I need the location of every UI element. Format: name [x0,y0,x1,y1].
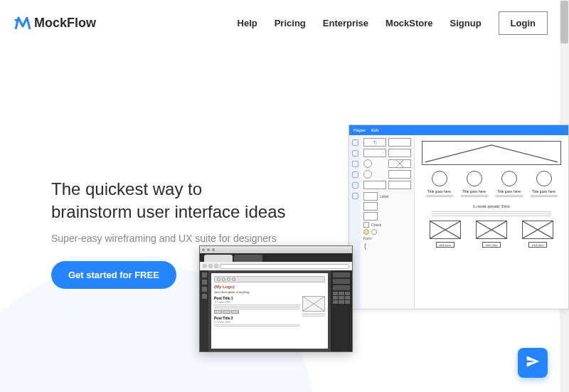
mockup-browser-tabs [200,253,352,262]
hero-title-line2: brainstorm user interface ideas [51,202,285,221]
mockup-right-panel [331,270,352,351]
nav-help[interactable]: Help [238,18,257,28]
nav-signup[interactable]: Signup [450,18,482,28]
nav-pricing[interactable]: Pricing [275,18,306,28]
mockup-wireframe-editor: Pages Edit T¦ Label Check Form { [349,125,569,309]
header: MockFlow Help Pricing Enterprise MockSto… [0,0,569,46]
nav-enterprise[interactable]: Enterprise [323,18,368,28]
hero-subtitle: Super-easy wireframing and UX suite for … [51,233,285,244]
nav-mockstore[interactable]: MockStore [385,18,432,28]
logo-text: MockFlow [34,16,96,31]
paper-plane-icon [526,354,540,371]
mockup-toolbar-pages: Pages [353,128,366,132]
mockup-page-preview: (My Logo) short description of my blog P… [211,273,328,349]
hero-title-line1: The quickest way to [51,179,202,198]
scrollbar-thumb[interactable] [560,1,568,43]
mockup-address-bar [200,262,352,270]
mockup-left-toolbar [200,270,208,351]
mockup-toolbar: Pages Edit [349,125,568,135]
chat-fab-button[interactable] [518,348,548,378]
get-started-button[interactable]: Get started for FREE [51,261,176,289]
mockup-titlebar [200,246,352,253]
mockup-canvas: Title goes here Title goes here Title go… [415,135,568,309]
mockup-toolbar-edit: Edit [371,128,378,132]
main-nav: Help Pricing Enterprise MockStore Signup… [238,11,548,35]
logo[interactable]: MockFlow [14,16,96,31]
hero-title: The quickest way to brainstorm user inte… [51,178,285,224]
mockup-shapes-panel: T¦ Label Check Form { [361,135,415,309]
mockup-browser-window: (My Logo) short description of my blog P… [199,245,353,352]
login-button[interactable]: Login [499,11,548,35]
mockflow-logo-icon [14,16,31,31]
